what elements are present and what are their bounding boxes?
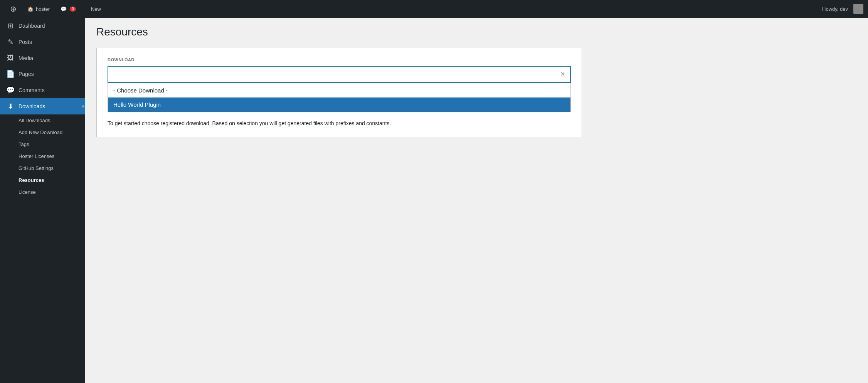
sidebar-item-comments[interactable]: 💬 Comments <box>0 82 85 98</box>
page-title: Resources <box>96 25 856 39</box>
admin-bar: ⊕ 🏠 hoster 💬 0 + New Howdy, dev <box>0 0 868 18</box>
submenu-item-tags[interactable]: Tags <box>0 138 85 150</box>
wp-logo-icon: ⊕ <box>10 4 17 13</box>
sidebar-item-pages[interactable]: 📄 Pages <box>0 66 85 82</box>
comments-menu-label: Comments <box>19 87 79 93</box>
select2-clear-icon[interactable]: × <box>559 70 566 78</box>
downloads-icon: ⬇ <box>6 102 15 111</box>
submenu-item-github-settings[interactable]: GitHub Settings <box>0 162 85 174</box>
resources-box: DOWNLOAD × - Choose Download - Hello Wor… <box>96 48 582 137</box>
media-icon: 🖼 <box>6 54 15 62</box>
submenu-item-resources[interactable]: Resources <box>0 174 85 186</box>
comments-button[interactable]: 💬 0 <box>55 0 81 18</box>
posts-label: Posts <box>19 39 79 45</box>
comments-count-badge: 0 <box>70 7 76 12</box>
pages-label: Pages <box>19 71 79 77</box>
submenu-item-hoster-licenses[interactable]: Hoster Licenses <box>0 150 85 162</box>
submenu-item-license[interactable]: License <box>0 186 85 198</box>
download-dropdown: - Choose Download - Hello World Plugin <box>108 83 571 112</box>
posts-icon: ✎ <box>6 38 15 46</box>
download-select-container: × - Choose Download - Hello World Plugin <box>108 66 571 112</box>
dashboard-icon: ⊞ <box>6 22 15 30</box>
sidebar-item-dashboard[interactable]: ⊞ Dashboard <box>0 18 85 34</box>
wp-logo-button[interactable]: ⊕ <box>5 0 22 18</box>
active-menu-arrow <box>82 98 85 114</box>
downloads-label: Downloads <box>19 103 79 109</box>
download-field-label: DOWNLOAD <box>108 57 571 62</box>
comments-menu-icon: 💬 <box>6 86 15 94</box>
sidebar-item-media[interactable]: 🖼 Media <box>0 50 85 66</box>
download-search-input[interactable] <box>112 71 559 77</box>
dropdown-option-hello-world[interactable]: Hello World Plugin <box>108 97 570 112</box>
sidebar-item-downloads[interactable]: ⬇ Downloads <box>0 98 85 114</box>
dropdown-option-choose[interactable]: - Choose Download - <box>108 83 570 97</box>
avatar <box>853 4 863 14</box>
new-content-button[interactable]: + New <box>81 0 106 18</box>
download-select-input-wrapper[interactable]: × <box>108 66 571 83</box>
adminbar-right: Howdy, dev <box>818 4 863 14</box>
comments-icon: 💬 <box>61 6 67 12</box>
submenu-item-all-downloads[interactable]: All Downloads <box>0 114 85 126</box>
site-name-button[interactable]: 🏠 hoster <box>22 0 55 18</box>
resources-help-text: To get started choose registered downloa… <box>108 119 571 128</box>
howdy-label: Howdy, dev <box>818 6 852 12</box>
sidebar-item-posts[interactable]: ✎ Posts <box>0 34 85 50</box>
admin-sidebar: ⊞ Dashboard ✎ Posts 🖼 Media 📄 Pages 💬 Co… <box>0 18 85 383</box>
dashboard-label: Dashboard <box>19 23 79 29</box>
media-label: Media <box>19 55 79 61</box>
new-content-label: + New <box>87 6 101 12</box>
pages-icon: 📄 <box>6 70 15 78</box>
main-content: Resources DOWNLOAD × - Choose Download -… <box>85 18 868 383</box>
submenu-item-add-new-download[interactable]: Add New Download <box>0 126 85 138</box>
downloads-submenu: All Downloads Add New Download Tags Host… <box>0 114 85 198</box>
site-name-label: hoster <box>36 6 50 12</box>
home-icon: 🏠 <box>27 6 34 12</box>
